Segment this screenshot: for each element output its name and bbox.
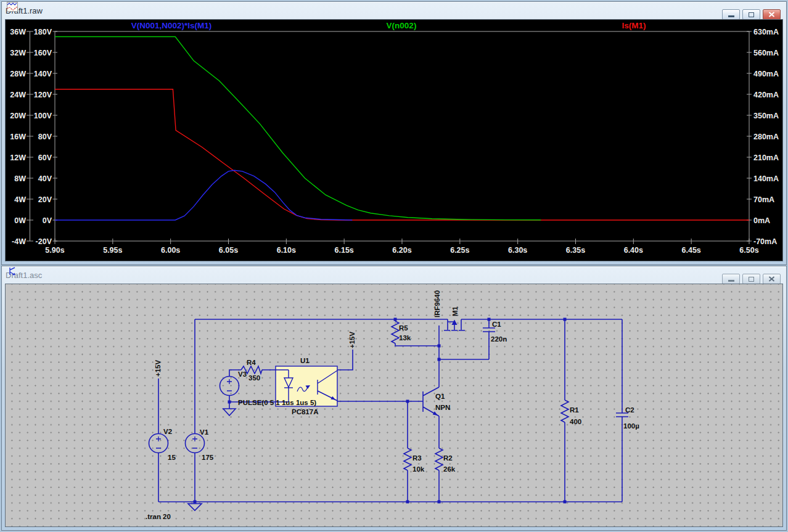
voltage-source-V1[interactable] — [186, 434, 205, 453]
pmos-M1[interactable] — [444, 319, 465, 330]
current-axis-label[interactable]: 70mA — [753, 195, 774, 204]
label-M1-value[interactable]: IRF9640 — [433, 290, 441, 317]
voltage-axis-label[interactable]: 140V — [34, 70, 52, 78]
label-R5-value[interactable]: 13k — [399, 334, 411, 342]
label-M1-ref[interactable]: M1 — [451, 306, 459, 316]
time-axis-label[interactable]: 5.95s — [103, 246, 122, 255]
net-label-15v[interactable]: +15V — [154, 359, 162, 377]
current-axis-label[interactable]: 210mA — [753, 153, 779, 162]
npn-Q1[interactable] — [423, 387, 439, 416]
current-axis-label[interactable]: 140mA — [753, 174, 779, 183]
waveform-plot[interactable]: 36W180V630mA32W160V560mA28W140V490mA24W1… — [6, 20, 784, 261]
voltage-axis-label[interactable]: 80V — [38, 133, 52, 141]
power-axis-label[interactable]: 8W — [14, 174, 26, 183]
close-button[interactable] — [763, 274, 781, 284]
trace-label[interactable]: Is(M1) — [622, 21, 646, 30]
label-V3-ref[interactable]: V3 — [238, 370, 247, 378]
wires[interactable] — [158, 319, 622, 502]
trace-label[interactable]: V(N001,N002)*Is(M1) — [131, 21, 212, 30]
time-axis-label[interactable]: 6.05s — [219, 246, 238, 255]
voltage-axis-label[interactable]: 20V — [38, 195, 52, 204]
label-C1-value[interactable]: 220n — [491, 335, 507, 343]
label-Q1-value[interactable]: NPN — [435, 404, 450, 411]
voltage-axis-label[interactable]: -20V — [36, 237, 52, 246]
resistor-R1[interactable] — [561, 400, 568, 422]
ground-symbol[interactable] — [223, 409, 236, 415]
voltage-axis-label[interactable]: 0V — [43, 216, 52, 225]
power-axis-label[interactable]: 0W — [14, 216, 26, 225]
power-axis-label[interactable]: 20W — [10, 112, 26, 120]
voltage-axis-label[interactable]: 120V — [34, 91, 52, 99]
label-R1-value[interactable]: 400 — [570, 418, 581, 425]
time-axis-label[interactable]: 6.25s — [450, 246, 469, 255]
power-axis-label[interactable]: 32W — [10, 49, 26, 57]
current-axis-label[interactable]: 630mA — [753, 28, 779, 36]
current-axis-label[interactable]: 0mA — [753, 216, 770, 225]
net-label-15v[interactable]: +15V — [348, 331, 356, 348]
current-axis-label[interactable]: -70mA — [753, 237, 777, 246]
waveform-titlebar[interactable]: Draft1.raw — [2, 2, 786, 19]
power-axis-label[interactable]: 4W — [14, 195, 26, 204]
voltage-axis-label[interactable]: 60V — [38, 153, 52, 162]
label-V1-value[interactable]: 175 — [202, 454, 214, 461]
resistor-R2[interactable] — [435, 448, 443, 470]
label-V1-ref[interactable]: V1 — [200, 428, 209, 436]
label-U1-ref[interactable]: U1 — [300, 357, 310, 364]
time-axis-label[interactable]: 6.50s — [739, 246, 758, 255]
time-axis-label[interactable]: 6.45s — [682, 246, 701, 255]
label-C2-ref[interactable]: C2 — [625, 406, 634, 414]
label-R4-value[interactable]: 350 — [248, 374, 260, 382]
power-axis-label[interactable]: 36W — [10, 28, 26, 36]
label-R2-ref[interactable]: R2 — [443, 454, 453, 462]
current-axis-label[interactable]: 560mA — [753, 49, 779, 57]
power-axis-label[interactable]: 24W — [10, 91, 26, 99]
resistor-R5[interactable] — [392, 321, 399, 343]
ground-symbol[interactable] — [188, 504, 202, 510]
label-V2-ref[interactable]: V2 — [163, 428, 172, 435]
time-axis-label[interactable]: 6.40s — [624, 246, 643, 255]
time-axis-label[interactable]: 6.10s — [277, 246, 296, 255]
label-U1-value[interactable]: PC817A — [292, 408, 318, 415]
voltage-axis-label[interactable]: 40V — [38, 174, 52, 183]
minimize-button[interactable] — [722, 9, 740, 20]
restore-button[interactable] — [742, 274, 760, 284]
time-axis-label[interactable]: 6.00s — [161, 246, 180, 255]
label-R4-ref[interactable]: R4 — [247, 359, 256, 366]
restore-button[interactable] — [742, 9, 760, 20]
time-axis-label[interactable]: 6.30s — [508, 246, 527, 255]
voltage-axis-label[interactable]: 100V — [34, 112, 52, 120]
label-C1-ref[interactable]: C1 — [492, 321, 501, 328]
label-R3-ref[interactable]: R3 — [412, 454, 422, 462]
label-R1-ref[interactable]: R1 — [570, 406, 579, 414]
power-axis-label[interactable]: 16W — [10, 133, 26, 141]
label-R2-value[interactable]: 26k — [443, 465, 456, 473]
trace-label[interactable]: V(n002) — [387, 21, 417, 30]
voltage-source-V2[interactable] — [149, 434, 168, 453]
close-button[interactable] — [763, 9, 781, 20]
power-axis-label[interactable]: -4W — [12, 237, 26, 246]
power-axis-label[interactable]: 28W — [10, 70, 26, 78]
capacitor-C1[interactable] — [483, 328, 495, 332]
label-Q1-ref[interactable]: Q1 — [435, 393, 445, 400]
voltage-axis-label[interactable]: 180V — [34, 28, 52, 36]
current-axis-label[interactable]: 490mA — [753, 70, 779, 78]
spice-directive[interactable]: .tran 20 — [146, 513, 171, 520]
label-V3-pulse[interactable]: PULSE(0 5 1 1us 1us 5) — [238, 399, 316, 406]
voltage-source-V3[interactable] — [220, 377, 239, 396]
label-V2-value[interactable]: 15 — [168, 454, 176, 461]
power-axis-label[interactable]: 12W — [10, 153, 26, 162]
time-axis-label[interactable]: 6.20s — [392, 246, 411, 255]
current-axis-label[interactable]: 420mA — [753, 91, 779, 99]
schematic-canvas[interactable]: R5 13k C1 220n IRF9640 M1 Q1 NPN R3 10k … — [5, 284, 783, 527]
label-R5-ref[interactable]: R5 — [399, 324, 408, 332]
current-axis-label[interactable]: 350mA — [753, 112, 779, 120]
waveform-plot-area[interactable]: 36W180V630mA32W160V560mA28W140V490mA24W1… — [5, 19, 783, 261]
time-axis-label[interactable]: 6.35s — [566, 246, 585, 255]
current-axis-label[interactable]: 280mA — [753, 133, 779, 141]
schematic-titlebar[interactable]: Draft1.asc — [2, 266, 786, 284]
resistor-R3[interactable] — [404, 448, 411, 470]
voltage-axis-label[interactable]: 160V — [34, 49, 52, 57]
time-axis-label[interactable]: 6.15s — [335, 246, 354, 255]
time-axis-label[interactable]: 5.90s — [45, 246, 64, 255]
minimize-button[interactable] — [722, 274, 740, 284]
